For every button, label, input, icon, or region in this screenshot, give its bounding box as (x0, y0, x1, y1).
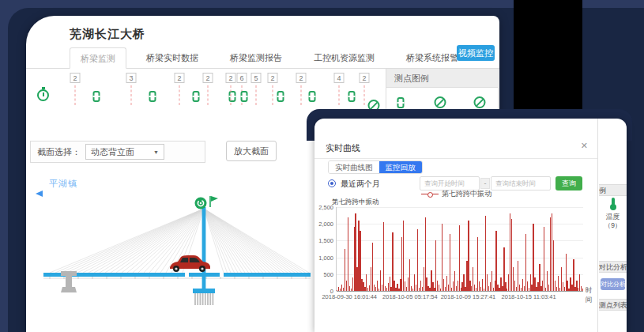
main-tab-2[interactable]: 桥梁监测报告 (220, 47, 292, 69)
no-entry-icon (474, 96, 486, 108)
main-tab-1[interactable]: 桥梁实时数据 (136, 47, 209, 69)
legend-section-header: 例 (599, 184, 627, 196)
chain-icon (348, 91, 356, 102)
section-select-group: 截面选择： 动态背立面 ▼ (30, 141, 205, 163)
section-select-dropdown[interactable]: 动态背立面 ▼ (85, 144, 164, 160)
gridline (337, 291, 583, 292)
dialog-divider (314, 158, 597, 159)
dialog-tabbar: 实时曲线图监控回放 (328, 160, 423, 174)
gridline (337, 207, 583, 208)
date-range-separator: - (480, 178, 490, 189)
chain-icon (309, 91, 316, 102)
camera-icon (195, 198, 207, 209)
vibration-bar (348, 217, 348, 291)
modal-window: 实时曲线 ✕ 实时曲线图监控回放 最近两个月 - 查询 第七跨跨中振动 第七跨跨… (314, 119, 627, 332)
y-tick-label: 2,000 (314, 221, 333, 228)
y-tick-label: 1,000 (314, 255, 333, 262)
sensor-count-badge: 2 (268, 73, 278, 83)
sensor-count-badge: 2 (175, 73, 185, 83)
vibration-bar (544, 227, 544, 291)
video-blackout-region (514, 0, 582, 115)
sensor-count-badge: 2 (296, 73, 307, 83)
zoom-section-button[interactable]: 放大截面 (226, 141, 277, 161)
sensor-dash-line (208, 85, 209, 105)
bridge-deck (43, 273, 311, 277)
temperature-label: 温度 (599, 213, 627, 221)
chain-icon (149, 91, 156, 102)
dialog-tab-1[interactable]: 监控回放 (379, 161, 422, 173)
dialog-title: 实时曲线 (326, 142, 360, 154)
x-tick-label: 2018-10-09 15:27:41 (441, 293, 496, 300)
video-monitor-button[interactable]: 视频监控 (457, 45, 495, 61)
vibration-bar (495, 231, 496, 291)
bridge-diagram (26, 188, 311, 324)
sensor-count-badge: 5 (251, 73, 262, 83)
compare-section-header: 对比分析 (599, 261, 627, 273)
sensor-count-badge: 2 (360, 73, 370, 83)
point-legend-title: 测点图例 (386, 69, 498, 88)
gridline (337, 240, 583, 241)
sensor-dash-line (339, 85, 340, 105)
chevron-down-icon: ▼ (153, 149, 159, 155)
vibration-bar (450, 234, 450, 291)
realtime-curve-dialog: 实时曲线 ✕ 实时曲线图监控回放 最近两个月 - 查询 第七跨跨中振动 第七跨跨… (314, 119, 598, 332)
sensor-dash-line (256, 85, 257, 105)
sidebar-strip: 例 温度 （9） 对比分析 对比分析 测点列表 (599, 119, 627, 332)
no-entry-icon (435, 96, 446, 108)
main-tab-0[interactable]: 桥梁监测 (70, 47, 126, 69)
x-tick-label: 2018-10-15 11:03:41 (502, 293, 556, 300)
main-tab-3[interactable]: 工控机资源监测 (303, 47, 385, 69)
flag-icon (210, 196, 218, 207)
x-axis-name: 时间 (586, 286, 597, 305)
section-select-label: 截面选择： (37, 146, 81, 158)
sensor-count-badge: 2 (203, 73, 213, 83)
sensor-dash-line (231, 85, 232, 105)
sensor-dash-line (364, 85, 365, 105)
sensor-count-badge: 4 (334, 73, 345, 83)
sensor-count-badge: 6 (237, 73, 247, 83)
recent-two-months-label: 最近两个月 (341, 179, 380, 190)
vibration-bar (417, 229, 418, 291)
y-tick-label: 500 (314, 271, 333, 278)
left-pier (61, 271, 77, 292)
sensor-dash-line (301, 85, 302, 105)
gridline (337, 224, 583, 224)
sensor-dash-line (179, 85, 180, 105)
close-icon[interactable]: ✕ (581, 141, 588, 151)
sensor-count-badge: 2 (70, 73, 81, 83)
stopwatch-icon (37, 89, 49, 101)
section-select-value: 动态背立面 (91, 146, 134, 158)
y-tick-label: 2,500 (314, 204, 333, 211)
thermometer-icon (610, 198, 616, 209)
sensor-dash-line (131, 85, 132, 105)
compare-analysis-button[interactable]: 对比分析 (601, 278, 625, 290)
vibration-chart-plot: 2,5002,0001,5001,0005000 (336, 207, 583, 291)
temperature-count: （9） (599, 221, 627, 230)
sensor-count-badge: 2 (226, 73, 236, 83)
sensor-dash-line (75, 85, 76, 105)
chart-axis-title: 第七跨跨中振动 (332, 198, 379, 207)
chain-icon (193, 91, 200, 102)
gridline (337, 258, 583, 258)
main-tabbar: 桥梁监测桥梁实时数据桥梁监测报告工控机资源监测桥梁系统报警 (26, 47, 499, 69)
pier-piles (195, 293, 213, 305)
chain-icon (241, 91, 248, 102)
point-list-section-header: 测点列表 (599, 299, 627, 311)
chain-icon (397, 97, 405, 108)
tower-lower (202, 277, 206, 290)
x-tick-label: 2018-09-30 16:01:44 (322, 293, 377, 300)
legend-label: 第七跨跨中振动 (442, 190, 491, 198)
chain-icon (93, 91, 100, 102)
vibration-bar (383, 222, 384, 291)
x-tick-label: 2018-10-05 05:17:54 (382, 293, 438, 300)
legend-marker-icon (421, 191, 439, 197)
vibration-bar (459, 225, 460, 291)
temperature-legend-item[interactable]: 温度 （9） (599, 198, 627, 230)
vibration-bar (403, 221, 404, 291)
recent-two-months-radio[interactable] (328, 179, 336, 187)
dialog-tab-0[interactable]: 实时曲线图 (329, 161, 379, 173)
y-tick-label: 1,500 (314, 237, 333, 244)
vibration-bar (582, 289, 583, 291)
pier-cap (193, 289, 215, 293)
sensor-count-badge: 3 (126, 73, 137, 83)
